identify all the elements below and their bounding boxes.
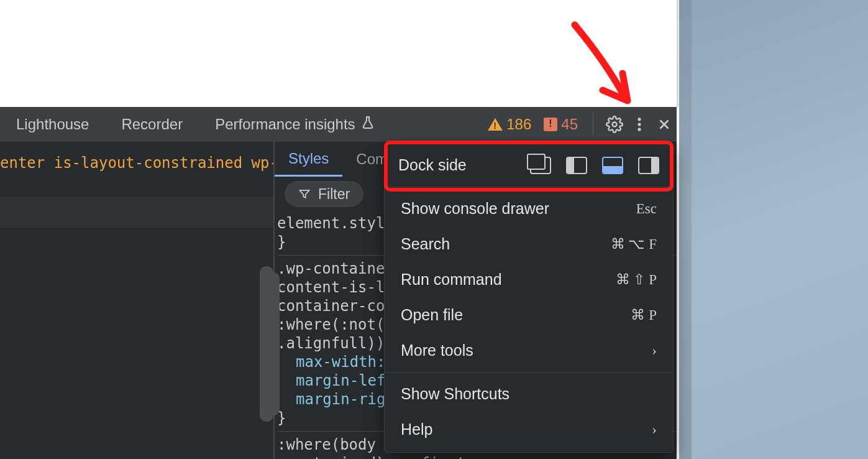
error-square-icon bbox=[544, 118, 557, 131]
menu-item-label: Show console drawer bbox=[401, 200, 549, 218]
tab-recorder[interactable]: Recorder bbox=[105, 107, 199, 142]
styles-filter-input[interactable]: Filter bbox=[285, 181, 363, 207]
menu-divider bbox=[385, 372, 673, 373]
menu-show-shortcuts[interactable]: Show Shortcuts bbox=[385, 376, 673, 412]
tab-lighthouse[interactable]: Lighthouse bbox=[0, 107, 105, 142]
styles-tab[interactable]: Styles bbox=[275, 142, 342, 177]
dock-side-options bbox=[530, 157, 659, 174]
dom-selected-row[interactable] bbox=[0, 197, 273, 228]
svg-point-3 bbox=[637, 128, 641, 131]
dock-left-icon[interactable] bbox=[566, 157, 587, 174]
devtools-main-menu: Dock side Show console drawer Esc Search… bbox=[384, 142, 674, 453]
warning-triangle-icon bbox=[488, 118, 503, 131]
errors-count[interactable]: 45 bbox=[537, 116, 584, 133]
close-icon[interactable] bbox=[652, 112, 677, 137]
menu-run-command[interactable]: Run command ⌘ ⇧ P bbox=[385, 262, 673, 297]
menu-item-label: Help bbox=[401, 420, 432, 438]
errors-number: 45 bbox=[561, 116, 578, 133]
menu-item-shortcut: Esc bbox=[636, 201, 657, 217]
menu-search[interactable]: Search ⌘ ⌥ F bbox=[385, 226, 673, 262]
more-vertical-icon[interactable] bbox=[627, 112, 652, 137]
menu-open-file[interactable]: Open file ⌘ P bbox=[385, 297, 673, 333]
styles-scrollbar[interactable] bbox=[266, 272, 280, 415]
svg-point-0 bbox=[613, 123, 617, 127]
menu-item-shortcut: ⌘ ⌥ F bbox=[611, 236, 657, 253]
styles-filter-placeholder: Filter bbox=[318, 186, 350, 203]
dock-side-row: Dock side bbox=[385, 147, 673, 183]
warnings-number: 186 bbox=[506, 116, 531, 133]
css-selector-line: constrained) > :first- bbox=[277, 454, 677, 459]
dock-bottom-icon[interactable] bbox=[602, 157, 623, 174]
settings-gear-icon[interactable] bbox=[602, 112, 627, 137]
chevron-right-icon: › bbox=[652, 343, 657, 359]
menu-help[interactable]: Help › bbox=[385, 412, 673, 447]
dock-side-label: Dock side bbox=[398, 156, 467, 174]
elements-panel[interactable]: enter is-layout-constrained wp- bbox=[0, 142, 273, 459]
flask-icon bbox=[360, 115, 375, 134]
menu-item-shortcut: ⌘ P bbox=[631, 307, 657, 323]
menu-item-label: Show Shortcuts bbox=[401, 385, 509, 403]
menu-item-label: Open file bbox=[401, 306, 463, 324]
desktop-background bbox=[679, 0, 868, 459]
dock-undock-icon[interactable] bbox=[530, 157, 551, 174]
warnings-count[interactable]: 186 bbox=[482, 116, 537, 133]
tab-performance-insights[interactable]: Performance insights bbox=[199, 107, 391, 142]
menu-item-label: Search bbox=[401, 235, 450, 253]
menu-more-tools[interactable]: More tools › bbox=[385, 333, 673, 368]
tab-performance-insights-label: Performance insights bbox=[215, 116, 355, 133]
filter-icon bbox=[298, 188, 311, 200]
menu-divider bbox=[385, 187, 673, 187]
toolbar-divider bbox=[593, 113, 593, 136]
menu-show-console-drawer[interactable]: Show console drawer Esc bbox=[385, 191, 673, 226]
dock-right-icon[interactable] bbox=[638, 157, 659, 174]
element-style-selector: element.style bbox=[277, 215, 394, 232]
menu-item-label: Run command bbox=[401, 271, 502, 289]
dom-breadcrumb-fragment: enter is-layout-constrained wp- bbox=[0, 142, 273, 184]
svg-point-1 bbox=[637, 118, 641, 121]
svg-point-2 bbox=[637, 123, 641, 126]
menu-item-label: More tools bbox=[401, 341, 473, 359]
menu-item-shortcut: ⌘ ⇧ P bbox=[616, 271, 657, 288]
page-content-blank bbox=[0, 0, 677, 107]
chevron-right-icon: › bbox=[652, 422, 657, 438]
devtools-toolbar: Lighthouse Recorder Performance insights… bbox=[0, 107, 677, 142]
